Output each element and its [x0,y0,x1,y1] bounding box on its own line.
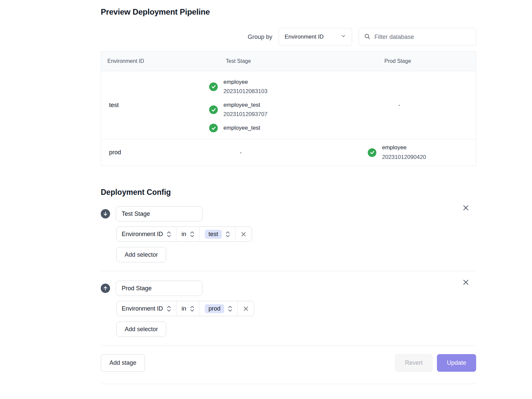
up-down-chevrons-icon [190,231,195,237]
remove-stage-button[interactable] [462,278,470,287]
close-icon [243,306,249,312]
remove-stage-button[interactable] [462,203,470,212]
stage-name-input[interactable] [116,206,202,221]
database-entry: employee_test 20231012093707 [209,100,368,119]
revert-button[interactable]: Revert [395,354,433,372]
selector-value-select[interactable]: test [200,227,235,241]
column-header-environment-id: Environment ID [101,58,209,64]
add-stage-button[interactable]: Add stage [101,354,145,372]
group-by-selected-value: Environment ID [285,34,324,40]
database-version: 20231012090420 [382,153,426,162]
close-icon [240,231,247,237]
success-check-icon [209,82,218,91]
table-row-test: test employee 20231012083103 [101,71,476,139]
search-icon [364,33,370,41]
selector-operator-value: in [182,305,186,312]
up-down-chevrons-icon [190,306,195,312]
stage-header [101,281,476,296]
selector-value-select[interactable]: prod [200,301,238,316]
selector-value-tag: prod [205,304,224,313]
selector-key-select[interactable]: Environment ID [117,227,177,241]
remove-selector-button[interactable] [238,301,254,316]
success-check-icon [368,148,376,157]
success-check-icon [209,105,218,114]
test-stage-empty-cell: - [209,149,368,156]
test-stage-cell: employee 20231012083103 employee_test 20… [209,77,368,133]
stage-name-input[interactable] [116,281,202,296]
selector-row: Environment ID in test [116,226,252,242]
table-header-row: Environment ID Test Stage Prod Stage [101,52,476,71]
filter-database-input[interactable] [374,34,470,41]
footer-actions: Revert Update [395,354,476,372]
selector-operator-select[interactable]: in [177,301,200,316]
database-name: employee [223,77,267,87]
stage-header [101,206,476,221]
selector-operator-select[interactable]: in [177,227,200,241]
prod-stage-empty-cell: - [368,102,476,108]
bottom-divider [101,384,476,384]
add-selector-button[interactable]: Add selector [116,322,166,337]
table-row-prod: prod - employee 20231012090420 [101,139,476,166]
database-version: 20231012083103 [223,87,267,96]
database-entry: employee_test [209,123,368,133]
up-down-chevrons-icon [228,306,232,312]
add-selector-button[interactable]: Add selector [116,247,166,262]
database-entry: employee 20231012083103 [209,77,368,96]
up-down-chevrons-icon [225,231,230,237]
success-check-icon [209,124,218,132]
up-down-chevrons-icon [167,306,171,312]
database-version: 20231012093707 [223,110,267,119]
column-header-prod-stage: Prod Stage [368,58,476,64]
filter-database-box [358,28,476,46]
pipeline-table: Environment ID Test Stage Prod Stage tes… [101,51,476,166]
config-stage-prod: Environment ID in prod Add selector [101,271,476,345]
selector-key-select[interactable]: Environment ID [117,301,177,316]
update-button[interactable]: Update [437,354,476,372]
arrow-up-circle-icon [101,284,110,293]
environment-id-cell: test [101,102,209,109]
prod-stage-cell: employee 20231012090420 [368,143,476,162]
deployment-config-title: Deployment Config [101,188,476,197]
remove-selector-button[interactable] [235,227,252,241]
environment-id-cell: prod [101,149,209,156]
database-name: employee_test [223,100,267,110]
database-name: employee_test [223,123,260,133]
config-stage-test: Environment ID in test Add selector [101,197,476,271]
selector-key-value: Environment ID [122,231,163,238]
arrow-down-circle-icon [101,209,110,218]
group-by-select[interactable]: Environment ID [279,28,352,46]
up-down-chevrons-icon [167,231,171,237]
selector-operator-value: in [182,231,186,238]
selector-key-value: Environment ID [122,305,163,312]
config-footer: Add stage Revert Update [101,345,476,384]
database-name: employee [382,143,426,152]
group-by-label: Group by [248,34,272,41]
selector-value-tag: test [205,230,222,239]
database-entry: employee 20231012090420 [368,143,476,162]
pipeline-toolbar: Group by Environment ID [101,28,476,46]
page-title: Preview Deployment Pipeline [101,7,476,17]
column-header-test-stage: Test Stage [209,58,368,64]
chevron-down-icon [340,33,346,41]
main-content: Preview Deployment Pipeline Group by Env… [101,0,476,384]
selector-row: Environment ID in prod [116,301,254,316]
